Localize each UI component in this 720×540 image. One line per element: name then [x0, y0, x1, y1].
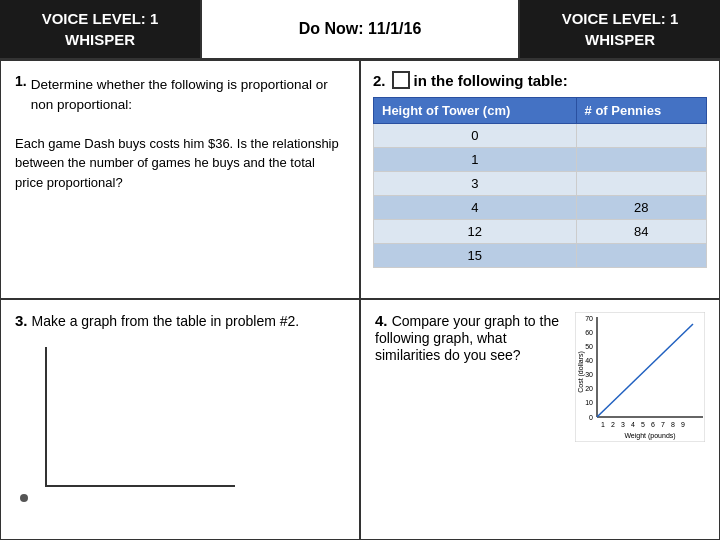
header-right-label: VOICE LEVEL: 1 WHISPER	[562, 10, 679, 48]
cell2-number: 2.	[373, 72, 386, 89]
table-cell-3-0: 4	[374, 196, 577, 220]
cell2-prompt: in the following table:	[414, 72, 568, 89]
cell2-header: 2. in the following table:	[373, 71, 707, 89]
table-cell-1-1	[576, 148, 706, 172]
table-cell-0-0: 0	[374, 124, 577, 148]
header-center: Do Now: 11/1/16	[200, 0, 520, 58]
header-left-label: VOICE LEVEL: 1 WHISPER	[42, 10, 159, 48]
cell-2: 2. in the following table: Height of Tow…	[360, 60, 720, 299]
svg-text:5: 5	[641, 421, 645, 428]
fill-box-icon	[392, 71, 410, 89]
chart-container: 0 10 20 30 40 50 60 70 1 2 3 4 5 6 7 8 9…	[575, 312, 705, 442]
cell-1: 1. Determine whether the following is pr…	[0, 60, 360, 299]
svg-text:6: 6	[651, 421, 655, 428]
svg-text:70: 70	[585, 315, 593, 322]
cell-3: 3. Make a graph from the table in proble…	[0, 299, 360, 540]
table-cell-4-0: 12	[374, 220, 577, 244]
table-row: 0	[374, 124, 707, 148]
cell-4: 4. Compare your graph to the following g…	[360, 299, 720, 540]
svg-text:0: 0	[589, 414, 593, 421]
table-cell-2-1	[576, 172, 706, 196]
header-left: VOICE LEVEL: 1 WHISPER	[0, 0, 200, 58]
table-row: 15	[374, 244, 707, 268]
x-axis	[45, 485, 235, 487]
header-right: VOICE LEVEL: 1 WHISPER	[520, 0, 720, 58]
col-header-height: Height of Tower (cm)	[374, 98, 577, 124]
table-cell-4-1: 84	[576, 220, 706, 244]
svg-text:7: 7	[661, 421, 665, 428]
svg-text:2: 2	[611, 421, 615, 428]
table-cell-2-0: 3	[374, 172, 577, 196]
table-cell-1-0: 1	[374, 148, 577, 172]
svg-text:Weight (pounds): Weight (pounds)	[624, 432, 675, 440]
data-table: Height of Tower (cm) # of Pennies 013428…	[373, 97, 707, 268]
do-now-title: Do Now: 11/1/16	[299, 20, 422, 38]
comparison-chart: 0 10 20 30 40 50 60 70 1 2 3 4 5 6 7 8 9…	[575, 312, 705, 442]
svg-text:4: 4	[631, 421, 635, 428]
svg-text:9: 9	[681, 421, 685, 428]
svg-text:30: 30	[585, 371, 593, 378]
svg-text:50: 50	[585, 343, 593, 350]
table-row: 428	[374, 196, 707, 220]
cell3-text: Make a graph from the table in problem #…	[32, 313, 300, 329]
header-row: VOICE LEVEL: 1 WHISPER Do Now: 11/1/16 V…	[0, 0, 720, 60]
svg-text:8: 8	[671, 421, 675, 428]
svg-text:20: 20	[585, 385, 593, 392]
bullet-dot	[20, 494, 28, 502]
col-header-pennies: # of Pennies	[576, 98, 706, 124]
svg-text:3: 3	[621, 421, 625, 428]
y-axis	[45, 347, 47, 487]
cell3-number: 3.	[15, 312, 28, 329]
table-cell-5-1	[576, 244, 706, 268]
svg-text:40: 40	[585, 357, 593, 364]
graph-area	[15, 347, 235, 507]
svg-text:60: 60	[585, 329, 593, 336]
table-row: 1	[374, 148, 707, 172]
cell4-text-area: 4. Compare your graph to the following g…	[375, 312, 565, 527]
table-row: 3	[374, 172, 707, 196]
cell4-number: 4. Compare your graph to the following g…	[375, 312, 565, 363]
main-grid: 1. Determine whether the following is pr…	[0, 60, 720, 540]
table-cell-5-0: 15	[374, 244, 577, 268]
cell1-text: Determine whether the following is propo…	[31, 75, 345, 116]
svg-text:1: 1	[601, 421, 605, 428]
cell1-number: 1.	[15, 73, 27, 89]
table-row: 1284	[374, 220, 707, 244]
table-cell-3-1: 28	[576, 196, 706, 220]
cell4-text: Compare your graph to the following grap…	[375, 313, 559, 363]
svg-text:Cost (dollars): Cost (dollars)	[577, 351, 585, 393]
svg-text:10: 10	[585, 399, 593, 406]
table-cell-0-1	[576, 124, 706, 148]
cell1-dash-text: Each game Dash buys costs him $36. Is th…	[15, 134, 345, 193]
